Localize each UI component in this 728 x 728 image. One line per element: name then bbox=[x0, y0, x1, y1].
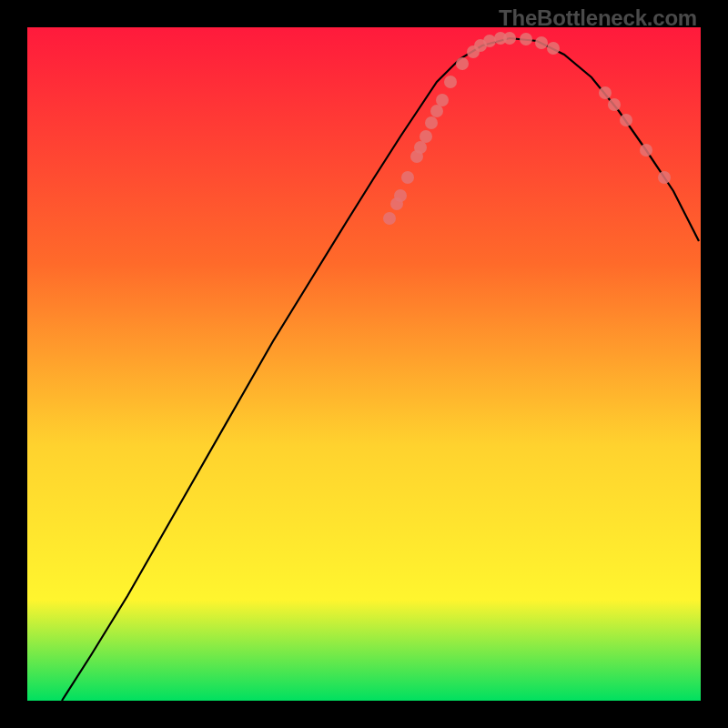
scatter-point bbox=[383, 212, 396, 225]
scatter-point bbox=[425, 116, 438, 129]
scatter-point bbox=[520, 33, 532, 46]
scatter-point bbox=[444, 76, 457, 88]
scatter-point bbox=[608, 98, 621, 111]
scatter-point bbox=[658, 171, 671, 184]
scatter-point bbox=[436, 94, 449, 106]
scatter-point bbox=[503, 32, 516, 45]
scatter-point bbox=[599, 86, 612, 99]
scatter-point bbox=[414, 141, 427, 154]
scatter-points-group bbox=[383, 32, 671, 225]
scatter-point bbox=[430, 105, 443, 117]
scatter-point bbox=[620, 114, 632, 126]
scatter-point bbox=[420, 130, 432, 143]
scatter-point bbox=[535, 36, 548, 49]
scatter-point bbox=[394, 189, 407, 202]
scatter-point bbox=[483, 35, 496, 47]
scatter-point bbox=[547, 42, 560, 55]
scatter-point bbox=[640, 144, 652, 157]
bottleneck-curve bbox=[62, 38, 699, 701]
scatter-point bbox=[401, 171, 414, 184]
scatter-point bbox=[456, 57, 469, 70]
chart-overlay-layer bbox=[27, 27, 701, 701]
